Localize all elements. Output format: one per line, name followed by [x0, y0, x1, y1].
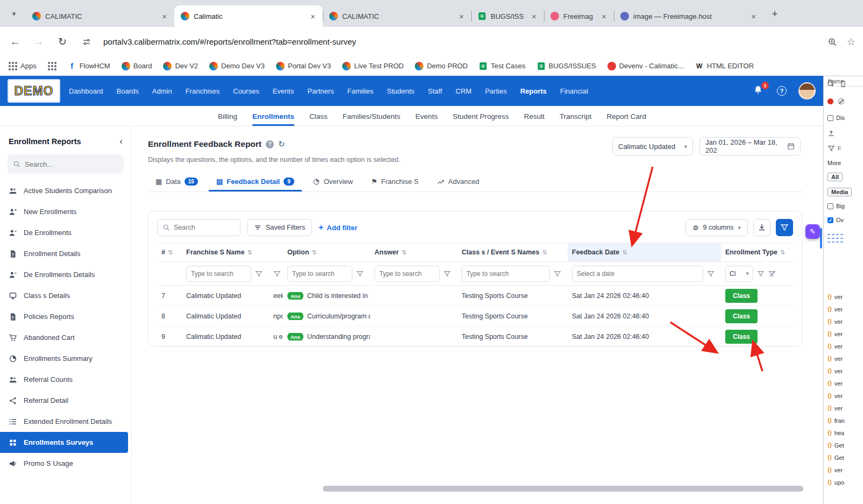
table-search-input[interactable] [174, 224, 235, 231]
col-clipped[interactable] [269, 243, 283, 261]
nav-partners[interactable]: Partners [307, 87, 334, 95]
funnel-clear-icon[interactable] [768, 270, 776, 278]
bookmark-test-cases[interactable]: Test Cases [479, 62, 525, 70]
subnav-transcript[interactable]: Transcript [560, 112, 592, 126]
sidebar-item-class-details[interactable]: Class s Details [0, 285, 131, 306]
tab-close-icon[interactable]: × [308, 11, 317, 22]
bookmark-star-icon[interactable]: ☆ [847, 36, 855, 48]
filter-media-chip[interactable]: Media [827, 188, 852, 196]
sidebar-search[interactable] [8, 154, 124, 174]
network-request[interactable]: {}ver [824, 402, 863, 414]
browser-tab-active[interactable]: Calimatic × [174, 5, 323, 27]
network-request[interactable]: {}ver [824, 328, 863, 340]
record-icon[interactable] [827, 98, 833, 104]
col-feedback-date[interactable]: Feedback Date⇅ [568, 243, 721, 261]
horizontal-scrollbar[interactable] [323, 486, 803, 492]
subnav-families-students[interactable]: Families/Students [343, 112, 400, 126]
network-request[interactable]: {}fran [824, 414, 863, 427]
sort-icon[interactable]: ⇅ [168, 249, 173, 256]
sort-icon[interactable]: ⇅ [542, 249, 547, 256]
help-icon[interactable]: ? [266, 140, 274, 148]
bookmark-portal-dev-v3[interactable]: Portal Dev V3 [276, 62, 331, 70]
tab-advanced[interactable]: Advanced [429, 173, 487, 191]
bookmark-group-icon[interactable] [48, 62, 56, 70]
device-toolbar-icon[interactable] [839, 80, 847, 88]
filter-icon[interactable] [827, 145, 835, 152]
nav-financial[interactable]: Financial [560, 87, 588, 95]
bookmark-bugs-issues[interactable]: BUGS/ISSUES [537, 62, 596, 70]
subnav-billing[interactable]: Billing [218, 112, 237, 126]
browser-tab[interactable]: image — Freeimage.host × [614, 5, 763, 27]
col-num[interactable]: #⇅ [157, 243, 182, 261]
table-row[interactable]: 7 Calimatic Updated eek AnsChild is inte… [157, 286, 793, 306]
address-bar[interactable]: portalv3.calibermatrix.com/#/reports/enr… [103, 37, 819, 46]
zoom-icon[interactable] [827, 37, 837, 47]
sort-icon[interactable]: ⇅ [312, 249, 316, 256]
tab-data[interactable]: ▦ Data 15 [148, 173, 206, 191]
bookmark-devenv[interactable]: Devenv - Calimatic... [607, 62, 684, 70]
download-button[interactable] [753, 219, 770, 236]
import-icon[interactable] [827, 130, 835, 137]
col-class-event[interactable]: Class s / Event S Names⇅ [457, 243, 568, 261]
bookmark-board[interactable]: Board [122, 62, 152, 70]
tab-close-icon[interactable]: × [599, 11, 609, 22]
network-request[interactable]: {}upo [824, 476, 863, 488]
subnav-class[interactable]: Class [309, 112, 328, 126]
add-filter-button[interactable]: + Add filter [319, 223, 357, 232]
subnav-student-progress[interactable]: Student Progress [452, 112, 508, 126]
funnel-icon[interactable] [707, 270, 715, 278]
tab-close-icon[interactable]: × [749, 11, 758, 22]
columns-selector[interactable]: ⚙ 9 columns ▾ [685, 219, 748, 236]
tab-close-icon[interactable]: × [529, 11, 539, 22]
network-request[interactable]: {}Get [824, 439, 863, 451]
bookmark-demo-prod[interactable]: Demo PROD [415, 62, 468, 70]
help-button[interactable]: ? [777, 86, 787, 96]
subnav-report-card[interactable]: Report Card [606, 112, 646, 126]
nav-students[interactable]: Students [387, 87, 414, 95]
nav-crm[interactable]: CRM [456, 87, 472, 95]
col-option[interactable]: Option⇅ [283, 243, 370, 261]
funnel-icon[interactable] [554, 270, 561, 278]
user-avatar[interactable] [798, 82, 816, 100]
sort-icon[interactable]: ⇅ [622, 249, 627, 256]
tab-close-icon[interactable]: × [457, 11, 466, 22]
nav-staff[interactable]: Staff [428, 87, 442, 95]
tab-close-icon[interactable]: × [160, 11, 169, 22]
browser-tab[interactable]: CALIMATIC × [323, 5, 471, 27]
nav-events[interactable]: Events [273, 87, 294, 95]
network-request[interactable]: {}ver [824, 315, 863, 328]
sidebar-item-enrollments-surveys[interactable]: Enrollments Surveys [0, 432, 128, 453]
tab-franchise[interactable]: ⚑ Franchise S [364, 173, 426, 191]
sidebar-item-enrollments-summary[interactable]: Enrollments Summary [0, 348, 131, 369]
answer-filter-input[interactable] [374, 266, 440, 282]
col-answer[interactable]: Answer⇅ [370, 243, 457, 261]
nav-reports[interactable]: Reports [520, 87, 547, 95]
network-request[interactable]: {}ver [824, 365, 863, 377]
sidebar-item-extended-enrollment-details[interactable]: Extended Enrollment Details [0, 411, 131, 432]
network-request[interactable]: {}Get [824, 451, 863, 464]
subnav-enrollments[interactable]: Enrollments [252, 112, 294, 126]
funnel-icon[interactable] [757, 270, 765, 278]
nav-courses[interactable]: Courses [233, 87, 259, 95]
clear-icon[interactable] [838, 98, 844, 104]
tab-search-button[interactable]: ▾ [4, 4, 24, 23]
funnel-icon[interactable] [273, 270, 281, 278]
subnav-events[interactable]: Events [415, 112, 437, 126]
col-enrollment-type[interactable]: Enrollment Type⇅ [721, 243, 793, 261]
franchise-filter-input[interactable] [186, 266, 251, 282]
sort-icon[interactable]: ⇅ [780, 249, 785, 256]
big-rows-checkbox[interactable] [827, 203, 833, 209]
bookmark-html-editor[interactable]: WHTML EDITOR [695, 62, 754, 70]
network-request[interactable]: {}ver [824, 290, 863, 303]
funnel-icon[interactable] [443, 270, 451, 278]
nav-dashboard[interactable]: Dashboard [69, 87, 103, 95]
devtools-resize-grip[interactable] [820, 228, 822, 249]
bookmark-dev-v2[interactable]: Dev V2 [163, 62, 198, 70]
sidebar-item-new-enrollments[interactable]: New Enrollments [0, 201, 131, 222]
browser-tab[interactable]: BUGS/ISS × [471, 5, 544, 27]
forward-button[interactable]: → [31, 36, 46, 48]
bookmark-flowhcm[interactable]: fFlowHCM [68, 62, 110, 70]
class-type-button[interactable]: Class [725, 330, 758, 344]
nav-boards[interactable]: Boards [117, 87, 139, 95]
bookmark-demo-dev-v3[interactable]: Demo Dev V3 [209, 62, 265, 70]
